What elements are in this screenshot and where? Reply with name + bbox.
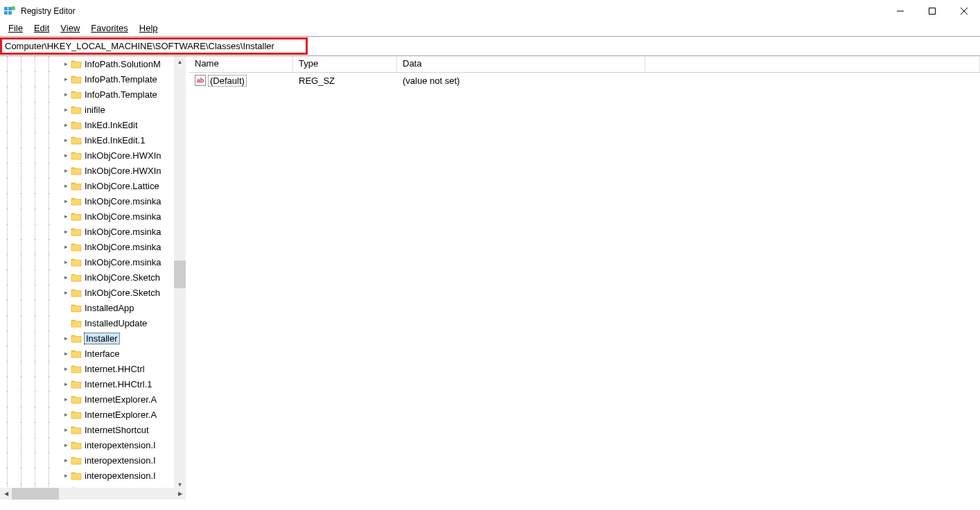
menu-help[interactable]: Help	[134, 22, 164, 36]
expand-icon[interactable]: ▸	[61, 228, 71, 235]
tree-item[interactable]: ▸InkObjCore.msinka	[0, 224, 186, 239]
expand-icon[interactable]: ▸	[61, 106, 71, 113]
tree-item[interactable]: ▸InfoPath.Template	[0, 71, 186, 87]
expand-icon[interactable]: ▸	[61, 76, 71, 82]
tree-item-label: InternetExplorer.A	[85, 410, 157, 420]
tree-item-label: InkObjCore.Sketch	[85, 288, 160, 298]
tree-item[interactable]: InstalledUpdate	[0, 315, 186, 331]
expand-icon[interactable]: ▸	[61, 152, 71, 159]
tree-item[interactable]: ▸InkObjCore.msinka	[0, 209, 186, 224]
close-button[interactable]	[948, 0, 980, 22]
expand-icon[interactable]: ▸	[61, 121, 71, 128]
column-data[interactable]: Data	[397, 56, 645, 72]
tree-item[interactable]: ▸Interface	[0, 346, 186, 361]
svg-rect-0	[4, 7, 8, 10]
tree-item[interactable]: ▸Installer	[0, 331, 186, 346]
folder-icon	[71, 272, 82, 282]
tree-item[interactable]: ▸InkEd.InkEdit.1	[0, 132, 186, 148]
menu-file[interactable]: File	[3, 22, 28, 36]
value-row[interactable]: ab (Default) REG_SZ (value not set)	[189, 73, 980, 88]
tree-view[interactable]: ▸InfoPath.SolutionM▸InfoPath.Template▸In…	[0, 56, 186, 491]
menu-edit[interactable]: Edit	[28, 22, 55, 36]
expand-icon[interactable]: ▸	[61, 213, 71, 220]
svg-rect-3	[8, 11, 12, 15]
expand-icon[interactable]: ▸	[61, 243, 71, 250]
tree-item[interactable]: ▸InkEd.InkEdit	[0, 117, 186, 132]
hscroll-track[interactable]	[12, 488, 174, 500]
tree-item[interactable]: InstalledApp	[0, 300, 186, 315]
tree-item[interactable]: ▸InkObjCore.HWXIn	[0, 148, 186, 163]
tree-item[interactable]: ▸InkObjCore.msinka	[0, 193, 186, 209]
maximize-button[interactable]	[916, 0, 948, 22]
tree-item[interactable]: ▸Internet.HHCtrl	[0, 361, 186, 376]
tree-item[interactable]: ▸InkObjCore.Sketch	[0, 270, 186, 285]
tree-item[interactable]: ▸InternetShortcut	[0, 422, 186, 437]
tree-item-label: InkObjCore.msinka	[85, 196, 161, 206]
tree-item-label: InkObjCore.HWXIn	[85, 166, 161, 176]
scroll-up-icon[interactable]: ▲	[174, 56, 186, 68]
expand-icon[interactable]: ▸	[61, 335, 71, 342]
tree-item-label: InkObjCore.msinka	[85, 227, 161, 237]
folder-icon	[71, 74, 82, 84]
menu-view[interactable]: View	[55, 22, 85, 36]
tree-item[interactable]: ▸interopextension.I	[0, 437, 186, 452]
tree-item[interactable]: ▸InkObjCore.msinka	[0, 239, 186, 254]
tree-item[interactable]: ▸InfoPath.SolutionM	[0, 56, 186, 71]
tree-item-label: interopextension.I	[85, 471, 156, 481]
tree-item[interactable]: ▸InternetExplorer.A	[0, 407, 186, 422]
vscroll-thumb[interactable]	[174, 261, 186, 288]
tree-item[interactable]: ▸interopextension.I	[0, 468, 186, 483]
expand-icon[interactable]: ▸	[61, 91, 71, 98]
title-bar: Registry Editor	[0, 0, 980, 22]
tree-item[interactable]: ▸interopextension.I	[0, 452, 186, 468]
column-name[interactable]: Name	[189, 56, 293, 72]
tree-item-label: InternetExplorer.A	[85, 394, 157, 405]
expand-icon[interactable]: ▸	[61, 426, 71, 433]
expand-icon[interactable]: ▸	[61, 457, 71, 464]
folder-icon	[71, 166, 82, 175]
folder-icon	[71, 196, 82, 206]
hscroll-thumb[interactable]	[12, 488, 59, 500]
vscroll-track[interactable]	[174, 68, 186, 479]
folder-icon	[71, 227, 82, 236]
tree-vertical-scrollbar[interactable]: ▲ ▼	[174, 56, 186, 491]
tree-item[interactable]: ▸InkObjCore.HWXIn	[0, 163, 186, 178]
expand-icon[interactable]: ▸	[61, 411, 71, 418]
tree-horizontal-scrollbar[interactable]: ◀ ▶	[0, 488, 186, 500]
expand-icon[interactable]: ▸	[61, 197, 71, 204]
folder-icon	[71, 455, 82, 465]
tree-item[interactable]: ▸InternetExplorer.A	[0, 392, 186, 407]
tree-item-label: interopextension.I	[85, 455, 156, 466]
minimize-button[interactable]	[884, 0, 916, 22]
tree-item[interactable]: ▸inifile	[0, 102, 186, 117]
expand-icon[interactable]: ▸	[61, 258, 71, 265]
value-name-cell[interactable]: ab (Default)	[189, 75, 293, 86]
expand-icon[interactable]: ▸	[61, 137, 71, 143]
expand-icon[interactable]: ▸	[61, 472, 71, 479]
tree-item-label: InternetShortcut	[85, 425, 149, 435]
expand-icon[interactable]: ▸	[61, 396, 71, 403]
expand-icon[interactable]: ▸	[61, 441, 71, 448]
expand-icon[interactable]: ▸	[61, 365, 71, 372]
expand-icon[interactable]: ▸	[61, 380, 71, 387]
expand-icon[interactable]: ▸	[61, 60, 71, 67]
menu-favorites[interactable]: Favorites	[85, 22, 133, 36]
tree-item[interactable]: ▸Internet.HHCtrl.1	[0, 376, 186, 392]
tree-item[interactable]: ▸InfoPath.Template	[0, 87, 186, 102]
expand-icon[interactable]: ▸	[61, 289, 71, 296]
tree-item-label: InkObjCore.Lattice	[85, 181, 159, 191]
svg-point-4	[11, 6, 15, 10]
menu-bar: File Edit View Favorites Help	[0, 22, 980, 36]
expand-icon[interactable]: ▸	[61, 167, 71, 174]
expand-icon[interactable]: ▸	[61, 274, 71, 281]
column-type[interactable]: Type	[293, 56, 397, 72]
scroll-left-icon[interactable]: ◀	[0, 488, 12, 500]
tree-item[interactable]: ▸InkObjCore.msinka	[0, 254, 186, 270]
values-list[interactable]: ab (Default) REG_SZ (value not set)	[189, 73, 980, 500]
address-input[interactable]	[5, 41, 303, 51]
tree-item[interactable]: ▸InkObjCore.Lattice	[0, 178, 186, 193]
scroll-right-icon[interactable]: ▶	[174, 488, 186, 500]
expand-icon[interactable]: ▸	[61, 350, 71, 357]
expand-icon[interactable]: ▸	[61, 182, 71, 189]
tree-item[interactable]: ▸InkObjCore.Sketch	[0, 285, 186, 300]
